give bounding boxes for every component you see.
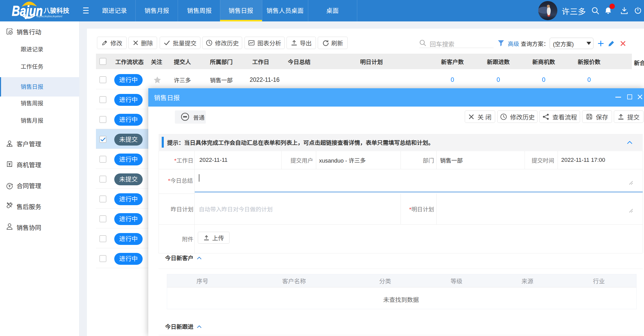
svg-text:Anyone,Anytime,Anywhere!: Anyone,Anytime,Anywhere! (37, 15, 62, 18)
svg-text:八骏科技: 八骏科技 (44, 7, 69, 14)
